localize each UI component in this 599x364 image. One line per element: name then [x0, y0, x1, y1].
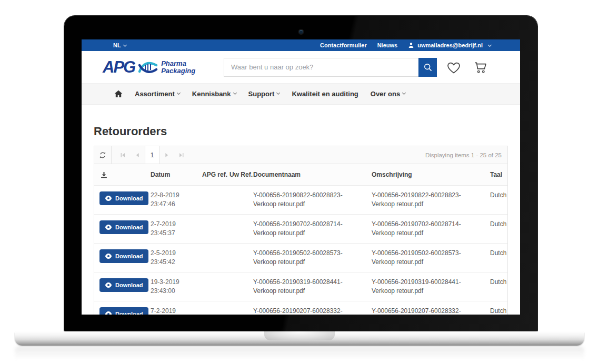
row-documentnaam: Y-000656-20190502-60028573-Verkoop retou… [253, 249, 372, 267]
row-datum: 2-5-201923:45:42 [151, 249, 202, 267]
download-all-icon[interactable] [100, 171, 108, 179]
laptop-screen-bezel: NL Contactformulier Nieuws uwmailadres@b… [64, 16, 537, 331]
row-taal: Dutch [490, 191, 517, 200]
topbar-link-nieuws[interactable]: Nieuws [377, 42, 398, 48]
chevron-down-icon [177, 91, 181, 95]
main-content: Retourorders [82, 125, 520, 315]
download-button[interactable]: Download [99, 307, 148, 315]
home-icon [114, 90, 123, 98]
refresh-button[interactable] [94, 146, 112, 164]
column-header-taal[interactable]: Taal [490, 171, 513, 178]
prev-page-icon [134, 152, 141, 158]
chevron-down-icon [488, 43, 492, 46]
header-icons [446, 60, 488, 74]
logo-wordmark: APG [103, 59, 135, 75]
search-bar [224, 58, 437, 77]
wishlist-heart-icon[interactable] [446, 60, 461, 74]
first-page-icon [119, 152, 126, 158]
row-omschrijving: Y-000656-20190822-60028823-Verkoop retou… [372, 191, 490, 209]
row-taal: Dutch [490, 307, 517, 315]
laptop-base-notch [264, 331, 335, 340]
column-header-omschrijving[interactable]: Omschrijving [372, 171, 490, 178]
row-documentnaam: Y-000656-20190319-60028441-Verkoop retou… [253, 278, 372, 296]
table-row: Download 7-2-2019 Y-000656-20190207-6002… [94, 301, 507, 315]
row-datum: 19-3-201923:43:00 [151, 278, 202, 296]
nav-item-support[interactable]: Support [248, 90, 280, 98]
row-omschrijving: Y-000656-20190702-60028714-Verkoop retou… [372, 220, 490, 238]
download-button[interactable]: Download [99, 249, 148, 263]
chevron-down-icon [402, 91, 406, 95]
row-documentnaam: Y-000656-20190822-60028823-Verkoop retou… [253, 191, 372, 209]
eye-icon [105, 196, 112, 201]
laptop-base [15, 331, 584, 346]
nav-item-kwaliteit-en-auditing[interactable]: Kwaliteit en auditing [292, 90, 358, 98]
logo-tagline: Pharma Packaging [161, 60, 195, 75]
eye-icon [105, 254, 112, 259]
apg-logo[interactable]: APG Pharma Packaging [103, 58, 224, 76]
row-documentnaam: Y-000656-20190702-60028714-Verkoop retou… [253, 220, 372, 238]
table-row: Download 19-3-201923:43:00 Y-000656-2019… [94, 272, 507, 301]
row-omschrijving: Y-000656-20190319-60028441-Verkoop retou… [372, 278, 490, 296]
download-button[interactable]: Download [99, 278, 148, 292]
row-omschrijving: Y-000656-20190502-60028573-Verkoop retou… [372, 249, 490, 267]
pager-next-button[interactable] [159, 146, 174, 164]
pager-prev-button[interactable] [130, 146, 145, 164]
pager-first-button[interactable] [115, 146, 130, 164]
table-row: Download 2-5-201923:45:42 Y-000656-20190… [94, 243, 507, 272]
row-omschrijving: Y-000656-20190207-60028332-Verkoop retou… [372, 307, 490, 315]
nav-item-over-ons[interactable]: Over ons [371, 90, 405, 98]
search-icon [423, 63, 433, 72]
cart-icon[interactable] [473, 60, 488, 74]
pager-current-page[interactable]: 1 [145, 146, 159, 164]
laptop-mockup: NL Contactformulier Nieuws uwmailadres@b… [0, 0, 599, 364]
nav-home[interactable] [114, 90, 123, 98]
topbar-right: Contactformulier Nieuws uwmailadres@bedr… [320, 42, 491, 48]
table-row: Download 2-7-201923:45:37 Y-000656-20190… [94, 214, 507, 243]
chevron-down-icon [276, 91, 280, 95]
laptop-reflection [15, 346, 584, 363]
download-button[interactable]: Download [99, 220, 148, 234]
nav-item-assortiment[interactable]: Assortiment [135, 90, 180, 98]
site-header: APG Pharma Packaging [82, 51, 520, 83]
eye-icon [105, 282, 112, 288]
row-datum: 7-2-2019 [151, 307, 202, 315]
row-taal: Dutch [490, 220, 517, 229]
row-taal: Dutch [490, 278, 517, 287]
download-button[interactable]: Download [99, 191, 148, 205]
account-email: uwmailadres@bedrijf.nl [417, 42, 483, 48]
column-header-uw-ref[interactable]: Uw Ref. [229, 171, 253, 178]
chevron-down-icon [123, 43, 127, 46]
topbar-link-contactformulier[interactable]: Contactformulier [320, 42, 367, 48]
pager-last-button[interactable] [174, 146, 189, 164]
column-header-datum[interactable]: Datum [151, 171, 202, 178]
dna-helix-icon [137, 58, 159, 76]
table-header-row: Datum APG ref. Uw Ref. Documentnaam Omsc… [94, 164, 507, 185]
eye-icon [105, 225, 112, 230]
account-menu[interactable]: uwmailadres@bedrijf.nl [408, 42, 491, 48]
language-label: NL [113, 42, 121, 48]
row-taal: Dutch [490, 249, 517, 258]
grid-toolbar: 1 Display [94, 146, 507, 164]
topbar: NL Contactformulier Nieuws uwmailadres@b… [82, 39, 520, 51]
table-row: Download 22-8-201923:47:46 Y-000656-2019… [94, 185, 507, 214]
row-documentnaam: Y-000656-20190207-60028332-Verkoop retou… [253, 307, 372, 315]
pager-status: Displaying items 1 - 25 of 25 [425, 152, 507, 158]
nav-item-kennisbank[interactable]: Kennisbank [192, 90, 236, 98]
main-nav: Assortiment Kennisbank Support Kwaliteit… [82, 83, 520, 105]
next-page-icon [164, 152, 170, 158]
browser-viewport: NL Contactformulier Nieuws uwmailadres@b… [82, 39, 520, 315]
chevron-down-icon [233, 91, 237, 95]
row-datum: 22-8-201923:47:46 [151, 191, 202, 209]
column-header-documentnaam[interactable]: Documentnaam [253, 171, 372, 178]
column-header-apg-ref[interactable]: APG ref. [202, 171, 229, 178]
retourorders-grid: 1 Display [94, 146, 508, 315]
language-selector[interactable]: NL [113, 42, 126, 48]
user-icon [408, 42, 414, 48]
refresh-icon [99, 151, 106, 159]
search-button[interactable] [418, 58, 437, 77]
page-title: Retourorders [94, 125, 508, 138]
search-input[interactable] [224, 58, 418, 77]
webcam-icon [299, 30, 303, 34]
eye-icon [105, 311, 112, 315]
row-datum: 2-7-201923:45:37 [151, 220, 202, 238]
